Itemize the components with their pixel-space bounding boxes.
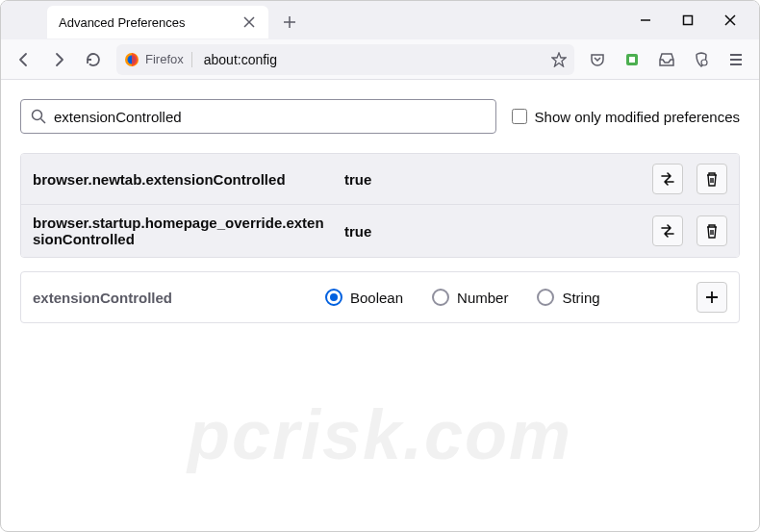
tab-bar: Advanced Preferences [1, 1, 759, 39]
delete-button[interactable] [697, 164, 727, 194]
back-button[interactable] [9, 44, 39, 75]
preference-search-box[interactable] [20, 99, 496, 134]
type-label: String [562, 290, 599, 306]
reload-button[interactable] [78, 44, 109, 75]
url-bar[interactable]: Firefox [116, 44, 574, 75]
content-area: Show only modified preferences browser.n… [1, 80, 759, 342]
inbox-icon[interactable] [651, 44, 682, 75]
show-modified-checkbox[interactable]: Show only modified preferences [512, 109, 740, 125]
show-modified-label: Show only modified preferences [535, 109, 740, 125]
pocket-icon[interactable] [582, 44, 613, 75]
type-label: Number [457, 290, 508, 306]
menu-button[interactable] [721, 44, 751, 75]
add-preference-box: extensionControlled Boolean Number Strin… [20, 271, 740, 323]
preference-name: browser.startup.homepage_override.extens… [33, 215, 331, 247]
search-icon [31, 109, 46, 124]
tab-title: Advanced Preferences [59, 15, 234, 30]
url-input[interactable] [198, 52, 545, 67]
preference-row: browser.startup.homepage_override.extens… [21, 205, 739, 257]
add-preference-row: extensionControlled Boolean Number Strin… [21, 272, 739, 322]
watermark: pcrisk.com [188, 395, 572, 474]
window-controls [624, 1, 751, 39]
toggle-button[interactable] [652, 215, 683, 246]
type-options: Boolean Number String [325, 289, 683, 306]
preference-name: browser.newtab.extensionControlled [33, 171, 331, 188]
close-tab-icon[interactable] [241, 14, 257, 30]
shield-icon[interactable] [686, 44, 717, 75]
bookmark-star-icon[interactable] [551, 52, 567, 67]
radio-icon [537, 289, 554, 306]
svg-rect-4 [629, 57, 635, 63]
firefox-icon [124, 52, 139, 67]
svg-point-5 [701, 60, 707, 65]
svg-rect-0 [684, 16, 693, 25]
type-option-boolean[interactable]: Boolean [325, 289, 403, 306]
type-option-string[interactable]: String [537, 289, 599, 306]
type-label: Boolean [350, 290, 403, 306]
browser-tab[interactable]: Advanced Preferences [47, 6, 268, 38]
minimize-button[interactable] [624, 5, 667, 36]
new-tab-button[interactable] [276, 9, 303, 36]
close-window-button[interactable] [709, 5, 751, 36]
radio-icon [432, 289, 449, 306]
forward-button[interactable] [43, 44, 74, 75]
preference-value: true [344, 171, 639, 188]
identity-label: Firefox [145, 52, 184, 66]
toolbar: Firefox [1, 39, 759, 80]
extension-icon[interactable] [617, 44, 647, 75]
type-option-number[interactable]: Number [432, 289, 508, 306]
preference-row: browser.newtab.extensionControlled true [21, 154, 739, 205]
preference-value: true [344, 223, 639, 240]
delete-button[interactable] [697, 215, 727, 246]
add-button[interactable] [697, 282, 727, 313]
show-modified-checkbox-input[interactable] [512, 109, 527, 124]
identity-box[interactable]: Firefox [124, 52, 192, 67]
preferences-list: browser.newtab.extensionControlled true … [20, 153, 740, 258]
preference-search-input[interactable] [54, 109, 486, 125]
maximize-button[interactable] [667, 5, 709, 36]
radio-icon [325, 289, 342, 306]
toggle-button[interactable] [652, 164, 683, 194]
svg-point-6 [33, 111, 42, 120]
add-preference-name: extensionControlled [33, 290, 312, 306]
browser-window: Advanced Preferences Firefox [0, 0, 760, 532]
search-row: Show only modified preferences [20, 99, 740, 134]
